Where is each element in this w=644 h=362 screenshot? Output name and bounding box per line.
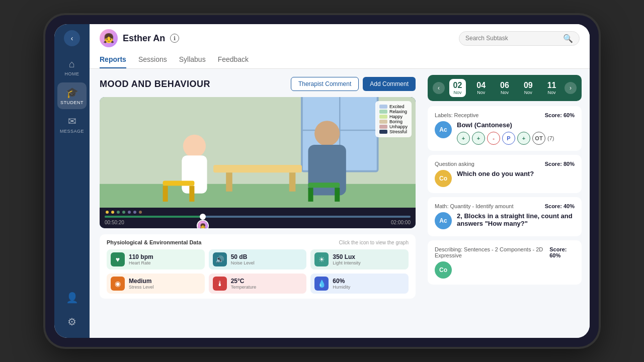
student-icon: 🎓: [66, 86, 78, 99]
tablet-frame: ‹ ⌂ HOME 🎓 STUDENT ✉ MESSAGE 👤 ⚙: [45, 15, 599, 347]
physio-header: Physiological & Environmental Data Click…: [107, 239, 409, 245]
timeline-bar[interactable]: 👧: [105, 216, 411, 218]
score-card-1-body: Co Which one do you want?: [435, 170, 575, 187]
svg-rect-6: [226, 172, 232, 192]
date-next-button[interactable]: ›: [565, 82, 577, 94]
card-title-1: Which one do you want?: [457, 170, 575, 177]
score-card-0-body: Ac Bowl (Cantonese) + + - P + OT: [435, 121, 575, 145]
message-label: MESSAGE: [60, 129, 84, 134]
date-item-1[interactable]: 04 Nov: [472, 79, 490, 97]
search-input[interactable]: [465, 35, 559, 42]
tag-plus-1: +: [457, 132, 470, 145]
legend-stressful: Stressful: [379, 129, 408, 134]
search-icon: 🔍: [563, 34, 573, 43]
sidebar-item-settings[interactable]: ⚙: [57, 312, 87, 332]
date-item-2[interactable]: 06 Nov: [496, 79, 513, 97]
legend-happy: Happy: [379, 114, 408, 119]
sidebar-item-message[interactable]: ✉ MESSAGE: [57, 111, 87, 138]
tag-ot: OT: [532, 132, 545, 145]
svg-rect-16: [308, 188, 313, 202]
search-box[interactable]: 🔍: [459, 31, 580, 46]
left-panel: MOOD AND BEHAVIOUR Therapist Comment Add…: [90, 69, 424, 338]
tab-sessions[interactable]: Sessions: [138, 51, 167, 68]
date-selector: ‹ 02 Nov 04 Nov 06: [428, 75, 582, 101]
video-timeline: 👧 00:50:20 02:00:00: [100, 208, 416, 228]
light-icon: ☀: [314, 252, 329, 266]
sidebar-item-profile[interactable]: 👤: [57, 288, 87, 308]
add-comment-button[interactable]: Add Comment: [363, 77, 416, 91]
stress-value: Medium: [129, 278, 154, 285]
humidity-value: 60%: [333, 278, 350, 285]
noise-label: Noise Level: [231, 260, 255, 265]
score-label-0: Labels: Receptive: [435, 112, 478, 118]
sidebar-item-home[interactable]: ⌂ HOME: [57, 54, 87, 80]
card-avatar-2: Ac: [435, 212, 452, 229]
date-item-3[interactable]: 09 Nov: [520, 79, 537, 97]
nav-tabs: Reports Sessions Syllabus Feedback: [100, 51, 580, 68]
timeline-thumb: 👧: [200, 214, 206, 220]
score-value-3: Score: 60%: [549, 246, 575, 258]
card-title-0: Bowl (Cantonese): [457, 121, 575, 129]
physio-light[interactable]: ☀ 350 Lux Light Intensity: [310, 249, 409, 269]
student-label: STUDENT: [60, 100, 84, 105]
info-icon[interactable]: ℹ: [170, 34, 179, 43]
physio-hint: Click the icon to view the graph: [339, 240, 409, 245]
physio-title: Physiological & Environmental Data: [107, 239, 201, 245]
home-label: HOME: [65, 71, 79, 76]
video-placeholder: Excited Relaxing Happy: [100, 97, 416, 208]
card-avatar-0: Ac: [435, 121, 452, 138]
date-item-0[interactable]: 02 Nov: [449, 79, 466, 97]
tag-plus-2: +: [472, 132, 485, 145]
score-label-3: Describing: Sentences - 2 Components - 2…: [435, 246, 549, 258]
date-prev-button[interactable]: ‹: [433, 82, 445, 94]
back-button[interactable]: ‹: [64, 30, 80, 46]
svg-point-8: [183, 135, 206, 157]
profile-icon: 👤: [66, 292, 78, 304]
svg-rect-5: [213, 165, 302, 172]
sidebar-item-student[interactable]: 🎓 STUDENT: [57, 82, 87, 109]
tab-feedback[interactable]: Feedback: [218, 51, 249, 68]
heart-rate-icon: ♥: [111, 252, 125, 266]
section-title-row: MOOD AND BEHAVIOUR Therapist Comment Add…: [100, 77, 416, 91]
physio-heart-rate[interactable]: ♥ 110 bpm Heart Rate: [107, 249, 205, 269]
section-title: MOOD AND BEHAVIOUR: [100, 79, 210, 89]
score-card-2: Math: Quantity - Identify amount Score: …: [428, 197, 582, 236]
physio-temp[interactable]: 🌡 25°C Temperature: [209, 274, 307, 294]
svg-rect-17: [335, 188, 340, 202]
main-content: 👧 Esther An ℹ 🔍 Reports Sessions Syllabu…: [90, 24, 590, 338]
tab-syllabus[interactable]: Syllabus: [179, 51, 206, 68]
svg-rect-12: [163, 181, 195, 186]
user-name: Esther An: [123, 33, 165, 44]
tag-p: P: [502, 132, 515, 145]
score-card-3-body: Co: [435, 261, 575, 279]
action-buttons: Therapist Comment Add Comment: [291, 77, 416, 91]
svg-rect-11: [308, 145, 346, 195]
tag-count: (7): [547, 132, 554, 145]
therapist-comment-button[interactable]: Therapist Comment: [291, 77, 359, 91]
physio-humidity[interactable]: 💧 60% Humidity: [310, 274, 409, 294]
physio-noise[interactable]: 🔊 50 dB Noise Level: [209, 249, 307, 269]
video-container: Excited Relaxing Happy: [100, 97, 416, 228]
score-card-2-header: Math: Quantity - Identify amount Score: …: [435, 203, 575, 209]
user-info: 👧 Esther An ℹ: [100, 29, 179, 47]
card-avatar-1: Co: [435, 170, 452, 187]
heart-rate-value: 110 bpm: [129, 253, 153, 260]
tab-reports[interactable]: Reports: [100, 51, 126, 68]
physio-stress[interactable]: ◉ Medium Stress Level: [107, 274, 205, 294]
settings-icon: ⚙: [67, 316, 76, 328]
svg-rect-15: [308, 183, 340, 188]
svg-rect-4: [100, 184, 416, 208]
sidebar-bottom: 👤 ⚙: [57, 288, 87, 332]
noise-icon: 🔊: [213, 252, 227, 266]
date-item-4[interactable]: 11 Nov: [543, 79, 560, 97]
time-total: 02:00:00: [391, 220, 411, 225]
score-card-2-body: Ac 2, Blocks in a straight line, count a…: [435, 212, 575, 230]
physio-section: Physiological & Environmental Data Click…: [100, 234, 416, 299]
legend-relaxing: Relaxing: [379, 109, 408, 114]
svg-rect-14: [189, 186, 194, 202]
humidity-label: Humidity: [333, 285, 350, 290]
message-icon: ✉: [68, 115, 76, 127]
legend-boring: Boring: [379, 119, 408, 124]
right-panel: ‹ 02 Nov 04 Nov 06: [424, 69, 590, 338]
stress-label: Stress Level: [129, 285, 154, 290]
